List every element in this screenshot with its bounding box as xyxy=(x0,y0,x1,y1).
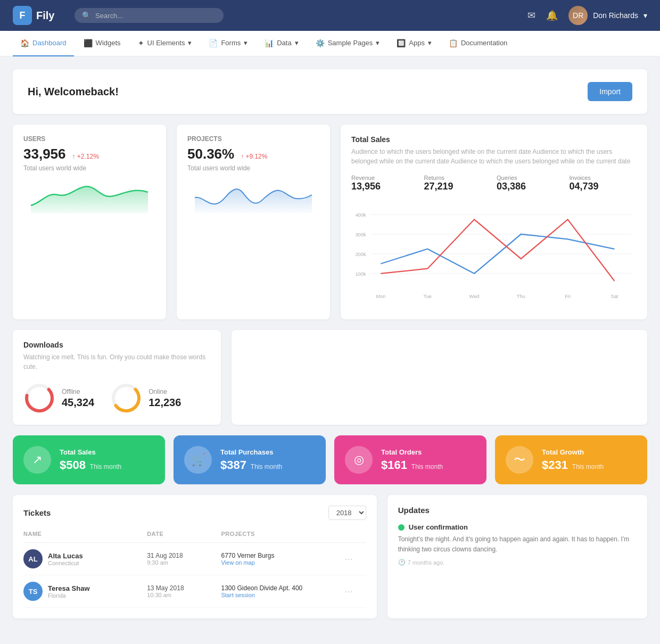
user-name: Don Richards xyxy=(593,11,638,20)
date-teresa: 13 May 2018 xyxy=(147,584,221,592)
nav-label-forms: Forms xyxy=(221,39,241,47)
svg-text:100k: 100k xyxy=(356,271,366,277)
summary-value-sales: $508 xyxy=(60,458,86,472)
avatar-alta: AL xyxy=(23,549,43,568)
nav-label-data: Data xyxy=(277,39,291,47)
nav-item-forms[interactable]: 📄 Forms ▾ xyxy=(201,31,255,56)
total-sales-metrics: Revenue 13,956 Returns 27,219 Queries 03… xyxy=(351,175,637,192)
stats-row: Users 33,956 ↑ +2.12% Total users world … xyxy=(13,125,647,319)
header-right: ✉ 🔔 DR Don Richards ▾ xyxy=(527,6,647,25)
users-value: 33,956 xyxy=(23,146,66,162)
mail-icon[interactable]: ✉ xyxy=(527,10,535,21)
search-icon: 🔍 xyxy=(82,11,91,20)
import-button[interactable]: Import xyxy=(588,82,632,101)
name-alta: Alta Lucas xyxy=(48,552,83,560)
table-row: AL Alta Lucas Connecticut 31 Aug 2018 9:… xyxy=(23,543,366,575)
svg-text:300k: 300k xyxy=(356,232,366,237)
nav-item-data[interactable]: 📊 Data ▾ xyxy=(257,31,306,56)
user-chevron-icon: ▾ xyxy=(644,11,647,20)
summary-value-growth: $231 xyxy=(542,458,568,472)
user-area[interactable]: DR Don Richards ▾ xyxy=(568,6,647,25)
main-sales-chart: 400k 300k 200k 100k Mon Tue Wed Thu Fri … xyxy=(351,201,637,307)
nav-label-documentation: Documentation xyxy=(461,39,507,47)
dots-teresa[interactable]: ··· xyxy=(345,586,366,597)
dots-alta[interactable]: ··· xyxy=(345,554,366,565)
summary-title-growth: Total Growth xyxy=(542,448,604,456)
svg-text:400k: 400k xyxy=(356,212,366,218)
users-sub: Total users world wide xyxy=(23,164,155,172)
summary-period-purchases: This month xyxy=(251,463,282,470)
offline-value: 45,324 xyxy=(62,397,94,409)
svg-text:Thu: Thu xyxy=(517,294,525,299)
nav-item-widgets[interactable]: ⬛ Widgets xyxy=(76,31,128,56)
svg-text:Tue: Tue xyxy=(423,294,432,299)
time-alta: 9:30 am xyxy=(147,559,221,566)
name-teresa: Teresa Shaw xyxy=(48,584,90,592)
users-change: ↑ +2.12% xyxy=(72,153,98,160)
project-alta: 6770 Verner Burgs xyxy=(221,552,344,559)
welcome-card: Hi, Welcomeback! Import xyxy=(13,69,647,114)
projects-change: ↑ +9.12% xyxy=(241,153,267,160)
bell-icon[interactable]: 🔔 xyxy=(546,10,558,21)
nav-item-documentation[interactable]: 📋 Documentation xyxy=(441,31,515,56)
growth-icon: 〜 xyxy=(506,446,533,474)
total-sales-icon: ↗ xyxy=(23,446,51,474)
nav-item-ui-elements[interactable]: ✦ UI Elements ▾ xyxy=(130,31,200,56)
chevron-down-icon-sample: ▾ xyxy=(376,39,380,47)
nav-item-apps[interactable]: 🔲 Apps ▾ xyxy=(389,31,439,56)
offline-stat: Offline 45,324 xyxy=(23,382,94,414)
offline-label: Offline xyxy=(62,388,94,395)
chevron-down-icon-data: ▾ xyxy=(295,39,299,47)
summary-value-purchases: $387 xyxy=(220,458,246,472)
mid-right-placeholder xyxy=(232,330,647,425)
total-sales-title: Total Sales xyxy=(351,135,637,144)
sample-pages-icon: ⚙️ xyxy=(316,39,325,47)
svg-text:200k: 200k xyxy=(356,252,366,257)
col-actions xyxy=(345,531,366,537)
downloads-desc: Watching ice melt. This is fun. Only you… xyxy=(23,352,210,371)
tickets-card: Tickets 2018 2017 2019 NAME DATE PROJECT… xyxy=(13,495,377,618)
nav-item-dashboard[interactable]: 🏠 Dashboard xyxy=(13,31,74,56)
nav-item-sample-pages[interactable]: ⚙️ Sample Pages ▾ xyxy=(308,31,387,56)
update-heading: User confirmation xyxy=(409,523,468,531)
chevron-down-icon-forms: ▾ xyxy=(244,39,248,47)
logo-icon: F xyxy=(13,6,32,25)
update-header: User confirmation xyxy=(398,523,637,531)
update-text: Tonight's the night. And it's going to h… xyxy=(398,534,637,555)
link-alta[interactable]: View on map xyxy=(221,559,344,566)
summary-period-growth: This month xyxy=(572,463,604,470)
main-nav: 🏠 Dashboard ⬛ Widgets ✦ UI Elements ▾ 📄 … xyxy=(0,31,660,56)
main-content: Hi, Welcomeback! Import Users 33,956 ↑ +… xyxy=(0,56,660,631)
apps-icon: 🔲 xyxy=(397,39,406,47)
search-input[interactable] xyxy=(95,12,216,20)
summary-period-sales: This month xyxy=(90,463,121,470)
avatar-teresa: TS xyxy=(23,582,43,601)
metric-queries: Queries 03,386 xyxy=(497,175,564,192)
users-card: Users 33,956 ↑ +2.12% Total users world … xyxy=(13,125,166,319)
projects-card: Projects 50.36% ↑ +9.12% Total users wor… xyxy=(177,125,330,319)
project-teresa: 1300 Gideon Divide Apt. 400 xyxy=(221,584,344,592)
clock-icon: 🕐 xyxy=(398,559,406,566)
person-alta: AL Alta Lucas Connecticut xyxy=(23,549,147,568)
downloads-stats: Offline 45,324 Online 12,236 xyxy=(23,382,210,414)
svg-text:Sat: Sat xyxy=(610,294,618,299)
summary-card-total-sales: ↗ Total Sales $508 This month xyxy=(13,435,165,484)
chevron-down-icon-apps: ▾ xyxy=(428,39,432,47)
svg-text:Fri: Fri xyxy=(565,294,571,299)
projects-mini-chart xyxy=(187,176,319,213)
logo: F Fily xyxy=(13,6,66,25)
summary-card-growth: 〜 Total Growth $231 This month xyxy=(495,435,647,484)
year-selector[interactable]: 2018 2017 2019 xyxy=(328,506,366,520)
table-col-header: NAME DATE PROJECTS xyxy=(23,529,366,543)
loc-alta: Connecticut xyxy=(48,560,83,566)
summary-title-purchases: Total Purchases xyxy=(220,448,282,456)
search-bar[interactable]: 🔍 xyxy=(75,8,224,23)
summary-value-orders: $161 xyxy=(381,458,407,472)
link-teresa[interactable]: Start session xyxy=(221,592,344,598)
downloads-card: Downloads Watching ice melt. This is fun… xyxy=(13,330,221,425)
tickets-title: Tickets xyxy=(23,508,51,517)
table-row: TS Teresa Shaw Florida 13 May 2018 10:30… xyxy=(23,575,366,608)
person-teresa: TS Teresa Shaw Florida xyxy=(23,582,147,601)
tickets-header: Tickets 2018 2017 2019 xyxy=(23,506,366,520)
forms-icon: 📄 xyxy=(209,39,218,47)
